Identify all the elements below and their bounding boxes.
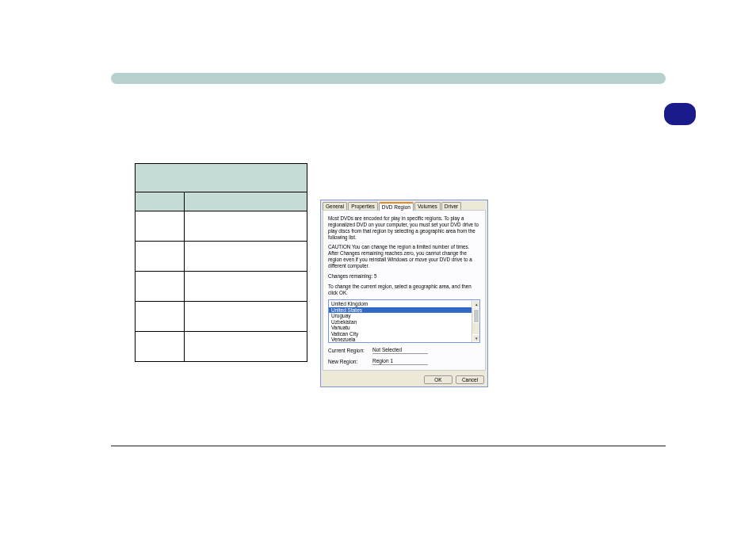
new-region-value: Region 1 xyxy=(372,358,428,365)
list-item[interactable]: Vanuatu xyxy=(329,325,479,330)
list-item[interactable]: Venezuela xyxy=(329,337,479,342)
table-col-header-area xyxy=(184,192,307,211)
ok-button[interactable]: OK xyxy=(424,375,452,384)
region-codes-table xyxy=(135,163,307,362)
instruction-text: To change the current region, select a g… xyxy=(328,284,480,296)
new-region-row: New Region: Region 1 xyxy=(328,358,480,365)
table-col-header-region xyxy=(136,192,185,211)
table-cell xyxy=(136,211,185,242)
cancel-button[interactable]: Cancel xyxy=(456,375,484,384)
table-cell xyxy=(136,272,185,302)
table-cell xyxy=(136,242,185,272)
list-item-selected[interactable]: United States xyxy=(329,307,479,313)
current-region-row: Current Region: Not Selected xyxy=(328,347,480,354)
dvd-region-dialog: General Properties DVD Region Volumes Dr… xyxy=(320,200,488,387)
scroll-thumb[interactable] xyxy=(473,309,479,323)
table-cell xyxy=(136,332,185,362)
dialog-button-row: OK Cancel xyxy=(321,373,487,386)
list-item[interactable]: Vatican City xyxy=(329,331,479,337)
table-cell xyxy=(184,211,307,242)
intro-text: Most DVDs are encoded for play in specif… xyxy=(328,215,480,240)
table-cell xyxy=(136,302,185,332)
current-region-value: Not Selected xyxy=(372,347,428,354)
table-cell xyxy=(184,332,307,362)
list-item[interactable]: United Kingdom xyxy=(329,301,479,306)
table-cell xyxy=(184,302,307,332)
list-item[interactable]: Uzbekistan xyxy=(329,319,479,325)
scroll-down-icon[interactable]: ▾ xyxy=(472,334,480,342)
country-listbox[interactable]: United Kingdom United States Uruguay Uzb… xyxy=(328,299,480,343)
table-cell xyxy=(184,272,307,302)
scroll-up-icon[interactable]: ▴ xyxy=(472,300,480,308)
caution-text: CAUTION You can change the region a limi… xyxy=(328,244,480,268)
new-region-label: New Region: xyxy=(328,359,369,364)
list-item[interactable]: Uruguay xyxy=(329,313,479,318)
tab-panel-dvd-region: Most DVDs are encoded for play in specif… xyxy=(323,210,486,371)
listbox-scrollbar[interactable]: ▴ ▾ xyxy=(472,300,479,342)
current-region-label: Current Region: xyxy=(328,348,369,353)
changes-remaining-text: Changes remaining: 5 xyxy=(328,273,480,280)
table-header xyxy=(136,164,307,192)
tab-dvd-region[interactable]: DVD Region xyxy=(379,202,414,211)
page-indicator-pill xyxy=(664,103,696,125)
header-divider-bar xyxy=(111,73,666,84)
table-cell xyxy=(184,242,307,272)
footer-divider xyxy=(111,445,666,447)
